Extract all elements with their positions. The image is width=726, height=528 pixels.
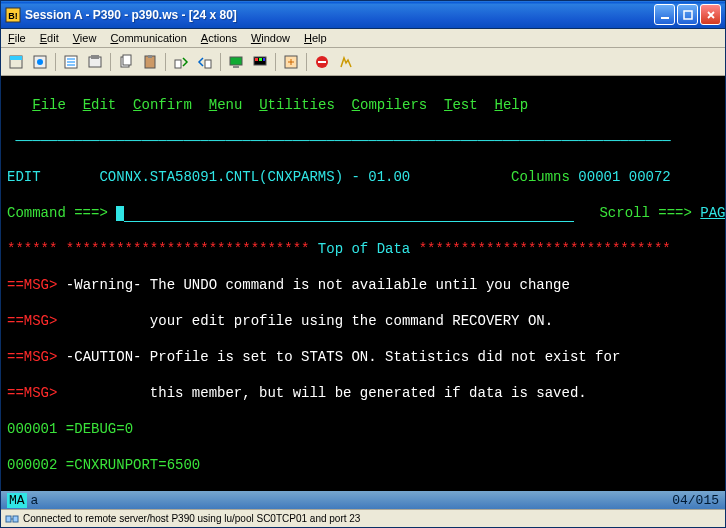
svg-point-7 bbox=[37, 59, 43, 65]
svg-rect-27 bbox=[13, 516, 18, 522]
minimize-button[interactable] bbox=[654, 4, 675, 25]
toolbar-sep bbox=[275, 53, 276, 71]
svg-rect-3 bbox=[684, 11, 692, 19]
connection-icon bbox=[5, 512, 19, 526]
toolbar-sep bbox=[165, 53, 166, 71]
svg-rect-21 bbox=[259, 58, 262, 61]
menu-edit[interactable]: Edit bbox=[33, 30, 66, 46]
svg-rect-20 bbox=[255, 58, 258, 61]
close-button[interactable] bbox=[700, 4, 721, 25]
msg-line: ==MSG> your edit profile using the comma… bbox=[7, 312, 719, 330]
toolbar-send-icon[interactable] bbox=[170, 51, 192, 73]
svg-rect-15 bbox=[175, 60, 181, 68]
cursor bbox=[116, 206, 124, 221]
msg-line: ==MSG> -CAUTION- Profile is set to STATS… bbox=[7, 348, 719, 366]
top-of-data: ****** ***************************** Top… bbox=[7, 240, 719, 258]
toolbar-sep bbox=[110, 53, 111, 71]
maximize-button[interactable] bbox=[677, 4, 698, 25]
toolbar-sep bbox=[306, 53, 307, 71]
toolbar-btn-2[interactable] bbox=[29, 51, 51, 73]
menu-window[interactable]: Window bbox=[244, 30, 297, 46]
toolbar-btn-1[interactable] bbox=[5, 51, 27, 73]
menu-actions[interactable]: Actions bbox=[194, 30, 244, 46]
svg-rect-12 bbox=[123, 55, 131, 65]
svg-rect-14 bbox=[148, 55, 152, 58]
toolbar-sep bbox=[220, 53, 221, 71]
menu-file[interactable]: File bbox=[1, 30, 33, 46]
menubar: File Edit View Communication Actions Win… bbox=[1, 29, 725, 48]
toolbar-btn-4[interactable] bbox=[84, 51, 106, 73]
svg-rect-10 bbox=[91, 55, 99, 59]
toolbar-btn-13[interactable] bbox=[335, 51, 357, 73]
svg-rect-5 bbox=[10, 56, 22, 60]
toolbar-btn-11[interactable] bbox=[280, 51, 302, 73]
msg-line: ==MSG> -Warning- The UNDO command is not… bbox=[7, 276, 719, 294]
svg-rect-18 bbox=[233, 66, 239, 68]
toolbar-sep bbox=[55, 53, 56, 71]
svg-rect-22 bbox=[263, 58, 265, 61]
oia-ma: MA bbox=[7, 493, 27, 508]
toolbar-paste-icon[interactable] bbox=[139, 51, 161, 73]
app-window: B! Session A - P390 - p390.ws - [24 x 80… bbox=[0, 0, 726, 528]
toolbar-stop-icon[interactable] bbox=[311, 51, 333, 73]
oia-line: MA a 04/015 bbox=[1, 491, 725, 509]
edit-header: EDIT CONNX.STA58091.CNTL(CNXPARMS) - 01.… bbox=[7, 168, 719, 186]
command-input[interactable] bbox=[124, 207, 574, 222]
svg-rect-2 bbox=[661, 17, 669, 19]
oia-cursor-pos: 04/015 bbox=[672, 493, 719, 508]
ispf-menubar[interactable]: File Edit Confirm Menu Utilities Compile… bbox=[7, 96, 719, 114]
menu-communication[interactable]: Communication bbox=[103, 30, 193, 46]
window-title: Session A - P390 - p390.ws - [24 x 80] bbox=[25, 8, 654, 22]
svg-rect-25 bbox=[318, 61, 326, 63]
oia-a: a bbox=[31, 493, 39, 508]
data-line[interactable]: 000002 =CNXRUNPORT=6500 bbox=[7, 456, 719, 474]
status-text: Connected to remote server/host P390 usi… bbox=[23, 513, 360, 524]
svg-rect-26 bbox=[6, 516, 11, 522]
toolbar-color-icon[interactable] bbox=[249, 51, 271, 73]
terminal-screen[interactable]: File Edit Confirm Menu Utilities Compile… bbox=[1, 76, 725, 491]
scroll-field[interactable]: PAGE bbox=[700, 205, 725, 221]
statusbar: Connected to remote server/host P390 usi… bbox=[1, 509, 725, 527]
msg-line: ==MSG> this member, but will be generate… bbox=[7, 384, 719, 402]
toolbar-btn-3[interactable] bbox=[60, 51, 82, 73]
data-line[interactable]: 000001 =DEBUG=0 bbox=[7, 420, 719, 438]
svg-rect-16 bbox=[205, 60, 211, 68]
toolbar-copy-icon[interactable] bbox=[115, 51, 137, 73]
svg-text:B!: B! bbox=[8, 11, 18, 21]
toolbar-display-icon[interactable] bbox=[225, 51, 247, 73]
toolbar bbox=[1, 48, 725, 76]
app-icon: B! bbox=[5, 7, 21, 23]
titlebar[interactable]: B! Session A - P390 - p390.ws - [24 x 80… bbox=[1, 1, 725, 29]
toolbar-receive-icon[interactable] bbox=[194, 51, 216, 73]
separator-line: ────────────────────────────────────────… bbox=[7, 132, 719, 150]
menu-view[interactable]: View bbox=[66, 30, 104, 46]
menu-help[interactable]: Help bbox=[297, 30, 334, 46]
svg-rect-17 bbox=[230, 57, 242, 65]
command-line[interactable]: Command ===> Scroll ===> PAGE bbox=[7, 204, 719, 222]
